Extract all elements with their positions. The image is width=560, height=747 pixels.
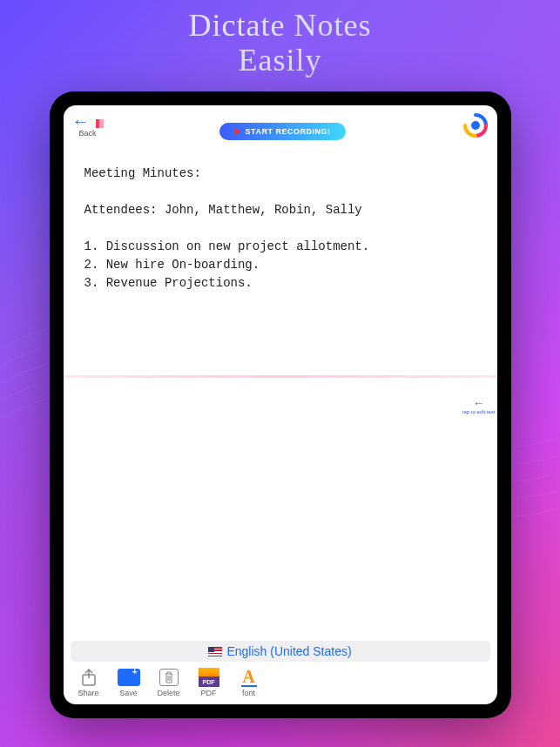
back-arrow-row: ← — [72, 112, 104, 131]
marketing-headline: Dictate Notes Easily — [0, 0, 560, 77]
save-button[interactable]: Save — [111, 667, 147, 697]
content-divider — [64, 375, 497, 378]
start-recording-button[interactable]: START RECORDING! — [219, 123, 347, 140]
marketing-line1: Dictate Notes — [0, 9, 560, 44]
record-play-icon — [235, 128, 240, 135]
font-button[interactable]: A font — [231, 667, 267, 697]
share-icon — [77, 667, 101, 688]
edit-hint-arrow-icon: ← — [473, 397, 485, 409]
back-flag-icon — [91, 119, 104, 128]
delete-label: Delete — [157, 689, 179, 697]
bottom-toolbar: Share Save Delete — [64, 665, 497, 704]
font-label: font — [242, 689, 255, 697]
save-label: Save — [119, 689, 138, 697]
back-button[interactable]: ← Back — [72, 112, 104, 138]
delete-button[interactable]: Delete — [151, 667, 187, 697]
share-button[interactable]: Share — [71, 667, 107, 697]
font-letter-icon: A — [237, 667, 261, 688]
back-arrow-icon: ← — [72, 111, 90, 131]
us-flag-icon — [208, 647, 222, 656]
record-label: START RECORDING! — [246, 127, 331, 136]
app-screen: ← Back START RECORDING! Meeting Minutes:… — [64, 105, 497, 704]
screen-header: ← Back START RECORDING! — [64, 105, 497, 147]
edit-hint[interactable]: ← tap to edit text — [462, 397, 496, 414]
language-label: English (United States) — [226, 644, 351, 658]
pdf-label: PDF — [201, 689, 217, 697]
back-label: Back — [78, 129, 96, 138]
tablet-device-frame: ← Back START RECORDING! Meeting Minutes:… — [50, 91, 511, 718]
share-label: Share — [78, 689, 98, 697]
marketing-line2: Easily — [0, 44, 560, 78]
svg-point-0 — [471, 121, 480, 130]
pdf-button[interactable]: PDF PDF — [191, 667, 227, 697]
language-selector[interactable]: English (United States) — [71, 641, 490, 662]
note-text-area[interactable]: Meeting Minutes: Attendees: John, Matthe… — [64, 147, 497, 641]
edit-hint-label: tap to edit text — [462, 409, 496, 414]
pdf-file-icon: PDF — [197, 667, 221, 688]
delete-trash-icon — [157, 667, 181, 688]
save-folder-icon — [117, 667, 141, 688]
app-logo-icon — [462, 112, 489, 138]
